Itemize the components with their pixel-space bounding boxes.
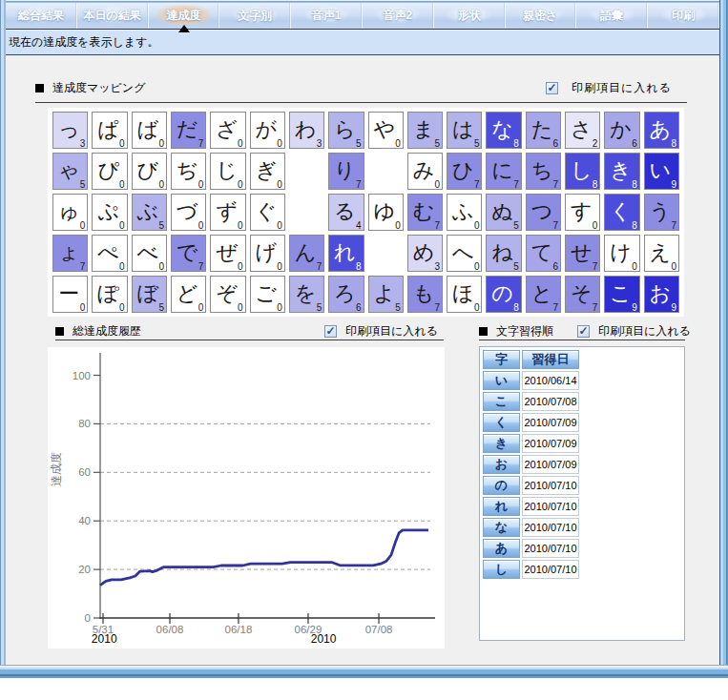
kana-char: ぢ: [177, 156, 198, 185]
kana-level: 0: [198, 302, 204, 313]
kana-char: ら: [334, 115, 356, 144]
kana-char: ち: [531, 156, 553, 185]
section-bullet-icon: [479, 327, 488, 336]
kana-char: ず: [216, 197, 238, 226]
kana-cell-べ: べ0: [132, 235, 167, 272]
status-text: 現在の達成度を表示します。: [9, 34, 158, 51]
section-bullet-icon: [35, 84, 44, 93]
kana-char: ん: [295, 238, 317, 267]
kana-level: 3: [435, 261, 441, 272]
kana-level: 5: [435, 138, 441, 149]
tab-10[interactable]: 印刷: [648, 3, 719, 29]
kana-level: 0: [474, 220, 480, 231]
kana-level: 7: [593, 302, 598, 313]
kana-level: 3: [80, 138, 86, 149]
svg-text:06/08: 06/08: [156, 624, 184, 635]
kana-level: 0: [119, 302, 125, 313]
kana-cell-ぽ: ぽ0: [92, 276, 127, 313]
kana-char: ぺ: [97, 238, 119, 267]
kana-level: 0: [119, 138, 125, 149]
kana-level: 0: [277, 138, 282, 149]
kana-level: 5: [513, 220, 519, 231]
kana-char: ー: [58, 279, 79, 308]
kana-char: ど: [177, 279, 198, 308]
kana-cell-ぴ: ぴ0: [92, 153, 127, 190]
kana-char: む: [413, 197, 435, 226]
kana-level: 0: [119, 179, 125, 190]
window-frame-left: [0, 0, 6, 678]
kana-level: 8: [513, 302, 519, 313]
acquired-char: れ: [483, 497, 520, 516]
kana-level: 9: [671, 302, 676, 313]
kana-cell-じ: じ0: [210, 153, 245, 190]
kana-cell-め: め3: [407, 235, 443, 272]
kana-char: と: [531, 279, 553, 308]
kana-cell-が: が0: [250, 112, 285, 149]
kana-char: は: [452, 115, 474, 144]
mapping-print-checkbox[interactable]: ✓: [546, 82, 558, 94]
kana-level: 5: [474, 138, 480, 149]
kana-char: よ: [373, 279, 395, 308]
acquired-date: 2010/06/14: [522, 371, 579, 390]
kana-cell-の: の8: [486, 276, 521, 313]
kana-level: 7: [435, 220, 441, 231]
kana-char: ぜ: [216, 238, 238, 267]
acquired-char: い: [483, 371, 520, 390]
kana-cell-な: な8: [486, 112, 521, 149]
svg-text:達成度: 達成度: [50, 452, 63, 486]
kana-char: げ: [255, 238, 277, 267]
kana-char: を: [295, 279, 317, 308]
tab-5[interactable]: 音声1: [291, 3, 363, 29]
tab-4[interactable]: 文字別: [219, 3, 291, 29]
kana-level: 6: [632, 138, 637, 149]
kana-cell-げ: げ0: [250, 235, 285, 272]
tab-6[interactable]: 音声2: [363, 3, 434, 29]
tab-label: 総合結果: [18, 8, 64, 24]
kana-char: け: [610, 238, 632, 267]
tab-7[interactable]: 形状: [434, 3, 506, 29]
tab-label: 本日の結果: [84, 8, 141, 24]
kana-level: 0: [119, 220, 125, 231]
svg-text:40: 40: [78, 515, 91, 526]
kana-cell-あ: あ8: [644, 112, 679, 149]
acquisition-print-checkbox[interactable]: ✓: [577, 325, 590, 338]
kana-char: く: [610, 197, 632, 226]
tab-1[interactable]: 総合結果: [6, 3, 77, 29]
tab-2[interactable]: 本日の結果: [77, 3, 149, 29]
tab-label: 語彙: [600, 8, 623, 24]
svg-text:0: 0: [85, 612, 91, 624]
kana-char: ぎ: [255, 156, 277, 185]
kana-char: る: [334, 197, 356, 226]
kana-cell-て: て6: [526, 235, 561, 272]
svg-text:06/18: 06/18: [225, 624, 253, 635]
acquisition-row: し2010/07/10: [483, 560, 579, 579]
kana-char: つ: [531, 197, 553, 226]
kana-char: ぽ: [97, 279, 119, 308]
tab-label: 親密さ: [523, 8, 557, 24]
tab-9[interactable]: 語彙: [576, 3, 648, 29]
tab-label: 文字別: [238, 8, 272, 24]
kana-cell-ど: ど0: [171, 276, 206, 313]
kana-cell-ぶ: ぶ5: [132, 194, 167, 231]
kana-cell-つ: つ7: [526, 194, 561, 231]
kana-cell-を: を5: [289, 276, 324, 313]
kana-cell-し: し8: [565, 153, 600, 190]
kana-char: あ: [650, 115, 672, 144]
tab-label: 達成度: [166, 8, 200, 24]
kana-char: ほ: [452, 279, 474, 308]
kana-level: 0: [158, 261, 164, 272]
kana-level: 0: [474, 261, 480, 272]
tab-8[interactable]: 親密さ: [506, 3, 577, 29]
kana-char: す: [571, 197, 593, 226]
kana-char: の: [491, 279, 513, 308]
kana-cell-ぱ: ぱ0: [92, 112, 127, 149]
history-print-checkbox[interactable]: ✓: [324, 325, 337, 338]
kana-cell-お: お9: [644, 276, 679, 313]
kana-level: 0: [435, 179, 441, 190]
kana-cell-び: び0: [132, 153, 167, 190]
kana-cell-さ: さ2: [565, 112, 600, 149]
kana-cell-ひ: ひ7: [447, 153, 482, 190]
kana-level: 8: [593, 179, 598, 190]
acquired-char: き: [483, 434, 520, 453]
svg-text:2010: 2010: [311, 632, 337, 646]
